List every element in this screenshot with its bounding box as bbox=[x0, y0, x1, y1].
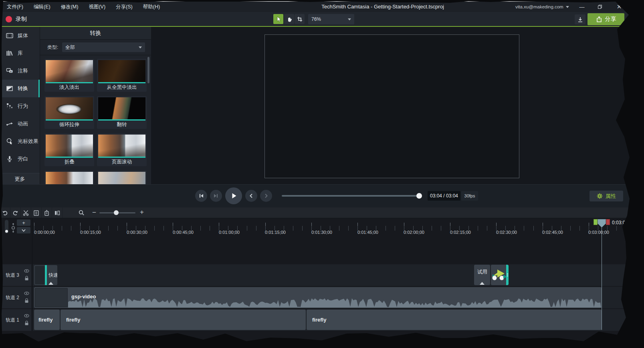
track-name: 轨道 3 bbox=[6, 272, 19, 279]
clip-quick[interactable]: 快速 bbox=[34, 265, 57, 285]
share-button[interactable]: 分享 bbox=[587, 13, 624, 25]
chevron-right-icon bbox=[263, 193, 269, 199]
menu-item-edit[interactable]: 编辑(E) bbox=[28, 2, 56, 12]
hand-icon bbox=[286, 16, 293, 22]
close-button[interactable]: ✕ bbox=[613, 2, 625, 12]
add-track-button[interactable]: + bbox=[17, 219, 30, 226]
menu-item-modify[interactable]: 修改(M) bbox=[56, 2, 84, 12]
preview-stage bbox=[264, 34, 519, 178]
tool-ribbon: 媒体 库 a 注释 转换 行为 动画 光标效果 旁白 更多 bbox=[0, 27, 40, 184]
zoom-level-value: 76% bbox=[311, 16, 321, 22]
timeline-zoom-slider-thumb[interactable] bbox=[114, 210, 119, 215]
ribbon-item-annotations[interactable]: a 注释 bbox=[0, 62, 40, 80]
type-select[interactable]: 全部 bbox=[62, 42, 145, 52]
prev-clip-button[interactable] bbox=[245, 190, 257, 202]
playhead-out-handle[interactable] bbox=[606, 219, 610, 225]
playhead-in-handle[interactable] bbox=[594, 219, 598, 225]
timeline-zoom-button[interactable] bbox=[76, 207, 87, 218]
clip-firefly-3[interactable]: firefly bbox=[307, 310, 602, 330]
transition-card[interactable]: 从全黑中淡出 bbox=[97, 59, 147, 92]
crop-tool-button[interactable] bbox=[295, 14, 305, 24]
clip-firefly-1[interactable]: firefly bbox=[34, 310, 60, 330]
next-clip-button[interactable] bbox=[260, 190, 272, 202]
transition-card[interactable]: 页面滚动 bbox=[97, 133, 147, 166]
transition-card[interactable]: 翻转 bbox=[97, 96, 147, 129]
playback-slider[interactable] bbox=[282, 195, 422, 197]
eye-icon[interactable] bbox=[24, 269, 29, 273]
split-button[interactable] bbox=[52, 207, 63, 218]
ribbon-item-animations[interactable]: 动画 bbox=[0, 115, 40, 133]
pan-tool-button[interactable] bbox=[284, 14, 294, 24]
zoom-level-select[interactable]: 76% bbox=[308, 14, 354, 24]
transition-card[interactable]: 循环拉伸 bbox=[44, 96, 94, 129]
ribbon-item-behaviors[interactable]: 行为 bbox=[0, 97, 40, 115]
ribbon-item-transitions[interactable]: 转换 bbox=[0, 80, 40, 97]
play-button[interactable] bbox=[225, 187, 242, 204]
transition-indicator-icon[interactable] bbox=[48, 282, 53, 285]
redo-button[interactable] bbox=[10, 207, 21, 218]
selection-tool-button[interactable] bbox=[273, 14, 283, 24]
transition-marker[interactable] bbox=[45, 265, 47, 285]
clip-gsp-video[interactable]: gsp-video bbox=[34, 287, 602, 308]
menu-item-help[interactable]: 帮助(H) bbox=[138, 2, 165, 12]
account-menu[interactable]: vita.xu@makeding.com bbox=[515, 2, 569, 12]
transitions-panel: 转换 类型: 全部 淡入淡出 从全黑中淡出 循环拉伸 翻转 折叠 页面滚动 bbox=[40, 27, 151, 184]
zoom-fit-icon[interactable] bbox=[10, 223, 16, 233]
cut-button[interactable] bbox=[21, 207, 31, 218]
properties-button[interactable]: 属性 bbox=[589, 191, 623, 201]
clip-resize-handle[interactable] bbox=[506, 265, 509, 285]
clip-trial[interactable]: 试用 bbox=[474, 265, 490, 285]
share-label: 分享 bbox=[605, 16, 616, 23]
paste-button[interactable] bbox=[42, 207, 52, 218]
menu-item-view[interactable]: 视图(V) bbox=[83, 2, 111, 12]
ribbon-item-label: 旁白 bbox=[18, 155, 28, 163]
panel-scrollbar[interactable] bbox=[147, 57, 149, 83]
ruler-label: 0:01:45;00 bbox=[357, 230, 378, 235]
ribbon-item-voice[interactable]: 旁白 bbox=[0, 150, 40, 168]
transition-label: 翻转 bbox=[98, 121, 145, 129]
lock-icon[interactable] bbox=[24, 320, 29, 326]
header-divider bbox=[32, 218, 32, 331]
chevron-down-icon bbox=[139, 46, 142, 48]
transition-thumbnail bbox=[46, 172, 93, 184]
menu-item-share[interactable]: 分享(S) bbox=[111, 2, 138, 12]
transition-indicator-icon[interactable] bbox=[480, 282, 485, 285]
timeline-zoom-in-button[interactable]: + bbox=[140, 208, 144, 216]
track-row bbox=[0, 264, 644, 286]
menu-item-file[interactable]: 文件(F) bbox=[2, 2, 28, 12]
eye-icon[interactable] bbox=[24, 292, 29, 295]
minimize-button[interactable]: — bbox=[576, 2, 588, 12]
cursor-icon bbox=[275, 16, 282, 22]
restore-button[interactable] bbox=[594, 2, 606, 12]
undo-button[interactable] bbox=[0, 207, 10, 218]
record-button[interactable]: 录制 bbox=[6, 14, 27, 24]
timeline-toolbar: − + bbox=[0, 207, 644, 218]
ribbon-item-cursor-effects[interactable]: 光标效果 bbox=[0, 133, 40, 150]
lock-icon[interactable] bbox=[24, 298, 29, 303]
ribbon-more-button[interactable]: 更多 bbox=[0, 173, 40, 184]
clip-firefly-2[interactable]: firefly bbox=[61, 310, 306, 330]
step-forward-button[interactable] bbox=[210, 190, 222, 202]
ribbon-item-library[interactable]: 库 bbox=[0, 44, 40, 62]
transition-card[interactable] bbox=[44, 171, 94, 184]
ruler-label: 0:03:15;00 bbox=[635, 230, 644, 235]
clip-animation[interactable] bbox=[491, 265, 509, 285]
track-height-slider-thumb[interactable] bbox=[5, 230, 8, 233]
step-back-button[interactable] bbox=[195, 190, 207, 202]
transition-card[interactable]: 淡入淡出 bbox=[44, 59, 94, 92]
collapse-tracks-button[interactable] bbox=[17, 227, 30, 233]
ruler-label: 0:02:00;00 bbox=[404, 230, 424, 235]
transition-card[interactable]: 折叠 bbox=[44, 133, 94, 166]
chevron-left-icon bbox=[248, 193, 254, 199]
export-frame-button[interactable] bbox=[575, 14, 585, 24]
eye-icon[interactable] bbox=[24, 314, 29, 318]
divider bbox=[40, 55, 151, 55]
panel-title: 转换 bbox=[40, 27, 151, 40]
copy-button[interactable] bbox=[31, 207, 42, 218]
timeline-zoom-out-button[interactable]: − bbox=[92, 209, 96, 217]
ribbon-item-media[interactable]: 媒体 bbox=[0, 27, 40, 44]
lock-icon[interactable] bbox=[24, 276, 29, 281]
chevron-down-icon bbox=[22, 229, 26, 232]
playback-slider-thumb[interactable] bbox=[416, 193, 422, 199]
transition-card[interactable] bbox=[97, 171, 147, 184]
